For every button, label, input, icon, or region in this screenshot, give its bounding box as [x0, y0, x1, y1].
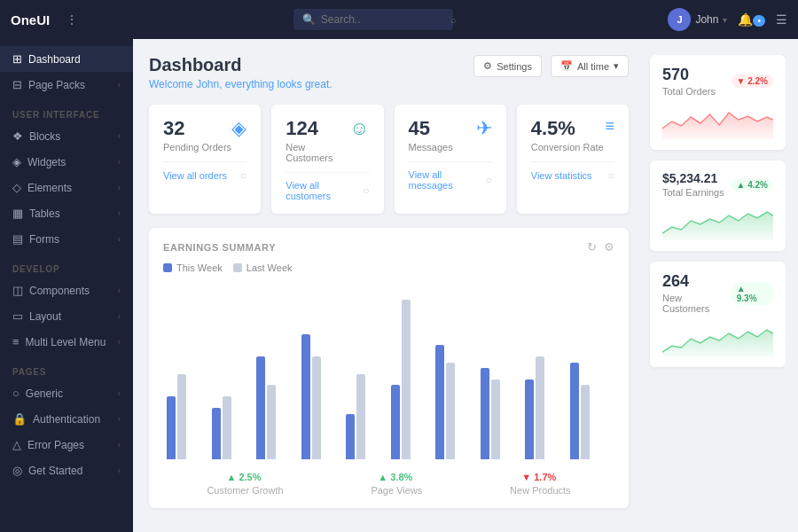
topbar-right: J John ▾ 🔔• ☰ [668, 8, 787, 31]
pageviews-label: Page Views [371, 485, 422, 496]
customers-badge: ▲ 9.3% [732, 282, 773, 305]
sidebar-label-elements: Elements [27, 182, 72, 194]
sidebar-label-blocks: Blocks [29, 130, 60, 143]
this-week-dot [163, 263, 172, 272]
error-icon: △ [12, 438, 21, 451]
generic-icon: ○ [12, 387, 20, 400]
sidebar-label-generic: Generic [26, 387, 63, 400]
sidebar-item-generic[interactable]: ○ Generic ‹ [0, 380, 133, 406]
sidebar-label-authentication: Authentication [33, 413, 100, 426]
search-bar[interactable]: 🔍 ⌕ [293, 9, 453, 30]
mini-value-new-customers: 264 [662, 272, 732, 291]
subtitle-suffix: , everything looks great. [219, 78, 332, 90]
bar-last-week [312, 356, 321, 459]
products-change: ▼ 1.7% [521, 472, 556, 482]
subtitle-prefix: Welcome [149, 78, 196, 90]
bar-last-week [177, 374, 186, 459]
mini-label-earnings: Total Earnings [662, 187, 724, 198]
conversion-icon: ≡ [605, 117, 614, 136]
widgets-icon: ◈ [12, 155, 21, 168]
earnings-sparkline [662, 205, 773, 240]
right-panel: 570 Total Orders ▼ 2.2% [639, 55, 786, 516]
bell-icon[interactable]: 🔔• [738, 12, 765, 27]
link-arrow-icon: ○ [486, 174, 492, 186]
hamburger-icon[interactable]: ☰ [776, 12, 787, 27]
customers-icon: ☺ [349, 117, 369, 140]
topbar-left-icons: ⋮ [66, 12, 78, 27]
sidebar-item-multi-level-menu[interactable]: ≡ Multi Level Menu ‹ [0, 329, 133, 355]
mini-value-orders: 570 [662, 66, 716, 84]
last-week-label: Last Week [246, 262, 293, 273]
sidebar-section-ui: USER INTERFACE [0, 98, 133, 123]
settings-icon: ⚙ [483, 60, 492, 72]
content-area: Dashboard Welcome John, everything looks… [133, 39, 798, 532]
sidebar-section-develop: DEVELOP [0, 252, 133, 278]
stat-card-messages: 45 Messages ✈ View all messages ○ [395, 105, 506, 214]
legend-last-week: Last Week [233, 262, 293, 273]
stat-label-customers: New Customers [286, 142, 349, 163]
chart-footer: ▲ 2.5% Customer Growth ▲ 3.8% Page Views… [163, 470, 614, 496]
mini-card-new-customers: 264 New Customers ▲ 9.3% [650, 262, 786, 367]
sidebar-item-forms[interactable]: ▤ Forms ‹ [0, 226, 133, 252]
mini-card-earnings-header: $5,234.21 Total Earnings ▲ 4.2% [662, 171, 773, 198]
sidebar-item-layout[interactable]: ▭ Layout ‹ [0, 303, 133, 329]
sidebar-item-get-started[interactable]: ◎ Get Started ‹ [0, 458, 133, 483]
sidebar-label-widgets: Widgets [27, 156, 66, 168]
sidebar-item-authentication[interactable]: 🔒 Authentication ‹ [0, 406, 133, 432]
chevron-icon: ‹ [118, 388, 121, 398]
main-content: Dashboard Welcome John, everything looks… [149, 55, 629, 516]
blocks-icon: ❖ [12, 129, 23, 143]
legend-this-week: This Week [163, 262, 223, 273]
sidebar-item-components[interactable]: ◫ Components ‹ [0, 278, 133, 303]
chevron-icon: ‹ [118, 157, 121, 167]
dashboard-controls: ⚙ Settings 📅 All time ▾ [473, 55, 629, 77]
orders-badge: ▼ 2.2% [732, 74, 773, 88]
view-all-messages-link[interactable]: View all messages ○ [409, 161, 492, 191]
username-label: John [695, 13, 718, 26]
sidebar-item-dashboard[interactable]: ⊞ Dashboard [0, 46, 133, 72]
sidebar-item-tables[interactable]: ▦ Tables ‹ [0, 200, 133, 226]
view-statistics-link[interactable]: View statistics ○ [531, 161, 614, 182]
sidebar-item-error-pages[interactable]: △ Error Pages ‹ [0, 432, 133, 458]
time-filter-button[interactable]: 📅 All time ▾ [551, 55, 629, 77]
mini-card-orders-header: 570 Total Orders ▼ 2.2% [662, 66, 773, 97]
bar-this-week [391, 385, 400, 459]
view-all-orders-link[interactable]: View all orders ○ [163, 161, 246, 182]
bar-last-week [356, 374, 365, 459]
mini-label-new-customers: New Customers [662, 293, 732, 314]
user-menu[interactable]: J John ▾ [668, 8, 727, 31]
link-arrow-icon: ○ [608, 169, 614, 182]
earnings-title: EARNINGS SUMMARY [163, 242, 276, 253]
chevron-icon: ‹ [118, 208, 121, 218]
sidebar-item-elements[interactable]: ◇ Elements ‹ [0, 175, 133, 200]
settings-button[interactable]: ⚙ Settings [473, 55, 542, 77]
bar-this-week [301, 334, 310, 459]
avatar: J [668, 8, 691, 31]
earnings-badge: ▲ 4.2% [732, 178, 773, 192]
time-chevron-icon: ▾ [614, 60, 619, 72]
view-all-customers-link[interactable]: View all customers ○ [286, 172, 369, 201]
search-input[interactable] [321, 13, 445, 26]
bar-last-week [536, 356, 544, 459]
stat-card-customers: 124 New Customers ☺ View all customers ○ [271, 105, 383, 214]
stat-label-messages: Messages [409, 142, 453, 153]
dashboard-title-area: Dashboard Welcome John, everything looks… [149, 55, 332, 90]
search-shortcut: ⌕ [450, 14, 457, 25]
refresh-icon[interactable]: ↻ [587, 240, 597, 254]
chevron-icon: ‹ [118, 414, 121, 424]
bar-group [481, 368, 522, 459]
topbar-menu-icon[interactable]: ⋮ [66, 12, 78, 27]
growth-label: Customer Growth [207, 485, 283, 496]
calendar-icon: 📅 [560, 60, 573, 72]
dashboard-icon: ⊞ [12, 52, 22, 66]
tables-icon: ▦ [12, 207, 23, 220]
settings-icon[interactable]: ⚙ [604, 240, 614, 254]
elements-icon: ◇ [12, 181, 21, 194]
sidebar-item-page-packs[interactable]: ⊟ Page Packs ‹ [0, 72, 133, 98]
sidebar-item-blocks[interactable]: ❖ Blocks ‹ [0, 123, 133, 149]
bar-last-week [446, 363, 455, 459]
chevron-icon: ‹ [118, 286, 121, 295]
components-icon: ◫ [12, 284, 23, 297]
layout-icon: ▭ [12, 309, 23, 323]
sidebar-item-widgets[interactable]: ◈ Widgets ‹ [0, 149, 133, 175]
